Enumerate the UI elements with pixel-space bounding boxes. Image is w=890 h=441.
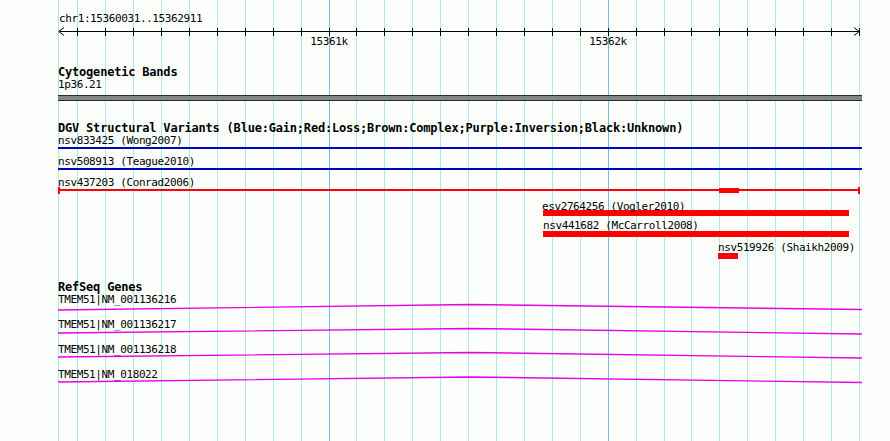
gridline-minor <box>859 0 860 441</box>
gridline-major <box>329 0 330 441</box>
ruler-tick <box>859 28 860 36</box>
variant-line[interactable] <box>58 147 862 149</box>
gridline-minor <box>273 0 274 441</box>
ruler-tick <box>384 28 385 36</box>
ruler-tick <box>664 28 665 36</box>
gridline-minor <box>496 0 497 441</box>
region-coordinates-label: chr1:15360031..15362911 <box>59 13 202 25</box>
ruler-tick <box>691 28 692 36</box>
ruler-tick <box>552 28 553 36</box>
ruler-tick <box>133 28 134 36</box>
ruler-tick <box>105 28 106 36</box>
gene-intron-line[interactable] <box>58 353 862 359</box>
ruler-tick <box>524 28 525 36</box>
cytoband-name-label: 1p36.21 <box>58 79 102 91</box>
ruler-tick <box>831 28 832 36</box>
gene-label[interactable]: TMEM51|NM_001136217 <box>58 319 176 331</box>
ruler-tick <box>775 28 776 36</box>
gridline-minor <box>384 0 385 441</box>
gridline-minor <box>301 0 302 441</box>
variant-label[interactable]: esv2764256 (Vogler2010) <box>542 201 685 213</box>
ruler-tick <box>636 28 637 36</box>
gridline-minor <box>412 0 413 441</box>
gridline-minor <box>719 0 720 441</box>
ruler-tick <box>496 28 497 36</box>
gridline-minor <box>468 0 469 441</box>
gene-intron-line[interactable] <box>58 305 862 311</box>
ruler-tick <box>217 28 218 36</box>
ruler-tick <box>189 28 190 36</box>
variant-label[interactable]: nsv437203 (Conrad2006) <box>58 177 195 189</box>
gridline-minor <box>831 0 832 441</box>
ruler-tick <box>580 28 581 36</box>
gridline-minor <box>440 0 441 441</box>
ruler-tick <box>77 28 78 36</box>
gene-intron-line[interactable] <box>58 329 862 335</box>
ruler-tick <box>468 28 469 36</box>
genome-browser-panel: chr1:15360031..15362911 Cytogenetic Band… <box>0 0 890 441</box>
ruler-tick <box>440 28 441 36</box>
ruler-tick <box>273 28 274 36</box>
cytoband-rect[interactable] <box>58 95 862 101</box>
ruler-tick <box>719 28 720 36</box>
ruler-tick-label: 15361k <box>307 36 351 48</box>
gridline-minor <box>524 0 525 441</box>
ruler-tick <box>245 28 246 36</box>
variant-end-cap[interactable] <box>858 187 860 194</box>
variant-thick-segment[interactable] <box>719 188 739 193</box>
variant-label[interactable]: nsv833425 (Wong2007) <box>58 135 182 147</box>
gridline-minor <box>189 0 190 441</box>
ruler-tick <box>803 28 804 36</box>
gridline-minor <box>217 0 218 441</box>
variant-line[interactable] <box>58 168 862 170</box>
variant-label[interactable]: nsv508913 (Teague2010) <box>58 156 195 168</box>
ruler-tick <box>301 28 302 36</box>
gridline-minor <box>356 0 357 441</box>
gridline-minor <box>747 0 748 441</box>
ruler-left-arrowhead <box>59 28 64 36</box>
variant-label[interactable]: nsv519926 (Shaikh2009) <box>718 242 855 254</box>
ruler-tick-label: 15362k <box>586 36 630 48</box>
gridline-minor <box>245 0 246 441</box>
ruler-tick <box>356 28 357 36</box>
gridline-minor <box>803 0 804 441</box>
gene-label[interactable]: TMEM51|NM_001136218 <box>58 344 176 356</box>
ruler-tick <box>747 28 748 36</box>
ruler-tick <box>161 28 162 36</box>
variant-label[interactable]: nsv441682 (McCarroll2008) <box>543 220 699 232</box>
gene-label[interactable]: TMEM51|NM_018022 <box>58 369 158 381</box>
gene-intron-line[interactable] <box>58 377 862 383</box>
gridline-minor <box>775 0 776 441</box>
gene-label[interactable]: TMEM51|NM_001136216 <box>58 294 176 306</box>
variant-line[interactable] <box>58 189 860 191</box>
ruler-tick <box>412 28 413 36</box>
